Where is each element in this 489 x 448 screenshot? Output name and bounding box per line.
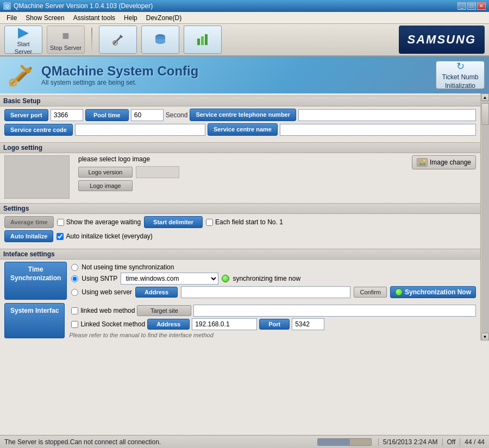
sync-time-text: synchronizing time now [233,275,300,282]
refresh-icon: ↻ [456,60,465,72]
socket-address-input[interactable] [192,318,257,330]
sntp-server-select[interactable]: time.windows.com [121,273,218,285]
not-using-sync-row: Not useing time synchronization [71,263,476,271]
menu-assistant-tools[interactable]: Assistant tools [69,13,120,23]
database-button[interactable] [141,26,179,54]
confirm-button[interactable]: Confirm [354,287,387,298]
each-field-checkbox-label: Each field start to No. 1 [206,218,283,226]
show-avg-waiting-checkbox-label: Show the average waiting [57,218,141,226]
svg-point-14 [423,160,425,162]
logo-image-button[interactable]: Logo image [78,180,133,191]
maximize-button[interactable]: □ [467,2,476,10]
average-time-row: Average time Show the average waiting St… [4,216,476,228]
logo-version-button[interactable]: Logo version [78,167,133,178]
using-web-radio[interactable] [71,289,78,296]
service-centre-tel-input[interactable] [298,109,476,121]
server-port-button[interactable]: Server port [4,109,48,121]
svg-rect-5 [201,36,204,45]
chart-button[interactable] [184,26,222,54]
port-input[interactable] [292,318,324,330]
auto-init-checkbox-label: Auto initalize ticket (everyday) [57,232,152,240]
system-interface-button[interactable]: System Interfac [4,303,65,338]
pool-time-button[interactable]: Pool time [85,109,129,121]
synchronization-now-button[interactable]: Synchronization Now [390,286,476,298]
start-delimiter-button[interactable]: Start delimiter [144,216,203,228]
status-off: Off [442,438,460,446]
menu-show-screen[interactable]: Show Screen [21,13,68,23]
auto-initialize-row: Auto Initalize Auto initalize ticket (ev… [4,230,476,242]
toolbar-separator-1 [91,28,92,52]
system-interface-label: System Interfac [10,307,59,314]
stop-server-label: Stop Server [50,45,82,51]
time-sync-label-2: Synchronization [10,274,61,282]
using-sntp-row: Using SNTP time.windows.com synchronizin… [71,273,476,285]
interface-hint: Please refer to the manual to find the i… [69,332,476,338]
service-centre-code-input[interactable] [75,124,205,136]
web-address-button[interactable]: Address [135,287,178,298]
show-avg-waiting-checkbox[interactable] [57,219,64,226]
auto-init-checkbox[interactable] [57,233,64,240]
linked-web-text: linked web method [80,307,135,314]
service-centre-tel-button[interactable]: Service centre telephone number [190,109,296,121]
each-field-text: Each field start to No. 1 [215,218,283,226]
target-site-button[interactable]: Target site [137,305,191,316]
svg-point-11 [26,68,31,73]
logo-setting-section: Logo setting please select logo image Lo… [0,140,480,201]
service-centre-name-button[interactable]: Service centre name [208,123,278,136]
port-button[interactable]: Port [259,319,290,330]
auto-initialize-button[interactable]: Auto Initalize [4,230,53,242]
using-sntp-radio[interactable] [71,275,78,282]
linked-socket-checkbox[interactable] [71,321,78,328]
logo-setting-title: Logo setting [0,142,480,153]
scroll-up-button[interactable]: ▲ [481,93,489,101]
database-icon [153,32,168,47]
sync-status-dot [222,275,229,282]
menu-devzone[interactable]: DevZone(D) [142,13,186,23]
average-time-button[interactable]: Average time [4,216,54,228]
config-icon [7,61,35,89]
ticket-btn-line1: Ticket Numb [442,73,479,81]
sync-now-dot [395,288,403,296]
ticket-init-button[interactable]: ↻ Ticket Numb Initializatio [436,61,485,89]
start-server-button[interactable]: ▶ Start Server [4,26,42,54]
time-sync-button[interactable]: Time Synchronization [4,262,67,300]
logo-preview [4,155,70,199]
linked-web-checkbox[interactable] [71,307,78,314]
header-text: QMachine System Config All system settin… [41,64,198,86]
pool-time-input[interactable] [131,109,164,121]
server-port-row: Server port Pool time Second Service cen… [4,109,476,121]
svg-rect-4 [197,39,200,45]
socket-address-button[interactable]: Address [147,319,190,330]
target-site-input[interactable] [193,305,476,317]
start-server-label: Start [17,41,29,47]
scroll-thumb[interactable] [481,103,489,125]
logo-version-display [136,166,179,178]
server-port-input[interactable] [51,109,83,121]
main-content: QMachine System Config All system settin… [0,56,489,435]
each-field-checkbox[interactable] [206,219,213,226]
stop-server-button[interactable]: ■ Stop Server [47,26,85,54]
scrollbar[interactable]: ▲ ▼ [480,93,489,340]
status-count: 44 / 44 [460,438,489,446]
interface-settings-title: Inteface settings [0,249,480,260]
web-address-input[interactable] [181,286,350,298]
minimize-button[interactable]: _ [457,2,466,10]
service-centre-name-input[interactable] [280,124,476,136]
close-button[interactable]: ✕ [477,2,486,10]
menu-help[interactable]: Help [120,13,142,23]
basic-setup-section: Basic Setup Server port Pool time Second… [0,93,480,140]
play-icon: ▶ [16,24,31,40]
not-using-sync-text: Not useing time synchronization [82,263,174,271]
settings-title: Settings [0,203,480,214]
scroll-down-button[interactable]: ▼ [481,333,489,340]
image-change-label: Image change [430,159,471,166]
settings-section: Settings Average time Show the average w… [0,201,480,247]
image-change-button[interactable]: Image change [412,155,476,169]
menu-file[interactable]: File [2,13,21,23]
service-centre-code-button[interactable]: Service centre code [4,124,73,136]
using-web-text: Using web server [82,288,132,296]
show-avg-waiting-text: Show the average waiting [66,218,141,226]
tools-button[interactable] [99,26,137,54]
sync-now-label: Synchronization Now [405,288,471,296]
not-using-sync-radio[interactable] [71,264,78,271]
